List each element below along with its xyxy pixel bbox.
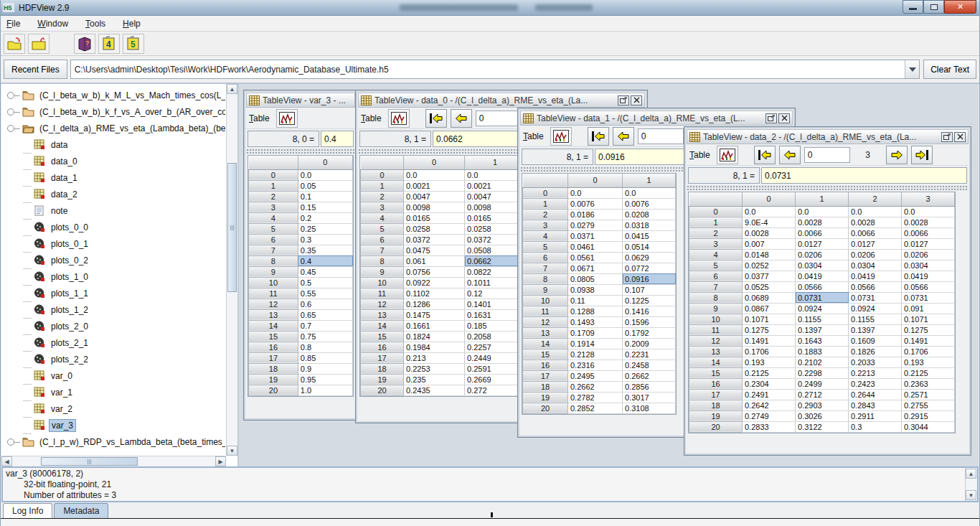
row-header[interactable]: 2 [249,191,298,202]
table-cell[interactable]: 0.0028 [743,227,796,238]
table-cell[interactable]: 0.25 [298,223,352,234]
row-header[interactable]: 19 [689,410,743,421]
row-header[interactable]: 14 [249,320,298,331]
table-cell[interactable]: 0.0508 [465,245,526,255]
table-cell[interactable]: 0.2491 [743,389,796,400]
scrollbar-thumb[interactable] [227,163,237,292]
table-cell[interactable]: 0.0731 [796,292,849,303]
cell-value-field[interactable]: 0.4 [321,131,354,147]
table-cell[interactable]: 0.1883 [796,346,849,357]
table-cell[interactable]: 0.1709 [568,327,623,338]
table-cell[interactable]: 0.091 [902,303,955,314]
row-header[interactable]: 18 [249,363,298,374]
row-header[interactable]: 12 [523,316,568,327]
tree-item-data_2[interactable]: data_2 [3,186,225,202]
table-cell[interactable]: 0.6 [298,299,352,309]
cell-value-field[interactable]: 0.0731 [761,167,967,184]
table-cell[interactable]: 0.2856 [623,381,676,392]
row-header[interactable]: 2 [689,227,743,238]
row-header[interactable]: 16 [689,378,743,389]
table-cell[interactable]: 0.2102 [796,357,849,367]
file-path-combo[interactable]: C:\Users\admin\Desktop\Tesi\Work\HDFwork… [70,60,920,79]
row-header[interactable]: 20 [689,421,743,432]
row-header[interactable]: 4 [361,212,404,223]
table-cell[interactable]: 0.0066 [902,227,955,238]
table-cell[interactable]: 0.0028 [849,217,902,227]
table-cell[interactable]: 0.0021 [404,180,465,191]
table-cell[interactable]: 0.1286 [404,299,465,309]
table-cell[interactable]: 0.0922 [404,277,465,288]
table-cell[interactable]: 0.0566 [796,281,849,292]
table-cell[interactable]: 0.0566 [902,281,955,292]
last-page-button[interactable] [911,146,933,164]
table-cell[interactable]: 0.2298 [796,367,849,378]
table-cell[interactable]: 0.3017 [623,392,676,403]
table-cell[interactable]: 0.85 [298,352,352,363]
table-cell[interactable]: 0.2591 [465,363,526,374]
table-cell[interactable]: 0.0279 [568,220,623,230]
row-header[interactable]: 5 [249,223,298,234]
row-header[interactable]: 7 [249,245,298,255]
table-cell[interactable]: 0.1609 [849,335,902,346]
table-cell[interactable]: 0.3108 [623,403,676,413]
window-title-bar[interactable]: TableView - data_1 - /(C_l_delta_a)_RME_… [520,111,793,126]
column-header[interactable]: 3 [902,192,955,206]
table-cell[interactable]: 0.3 [849,421,902,432]
table-cell[interactable]: 0.2253 [404,363,465,374]
table-cell[interactable]: 0.0028 [796,217,849,227]
row-header[interactable]: 13 [523,327,568,338]
table-cell[interactable]: 0.0206 [849,249,902,260]
row-header[interactable]: 18 [523,381,568,392]
table-cell[interactable]: 0.2833 [743,421,796,432]
table-cell[interactable]: 0.2213 [849,367,902,378]
table-cell[interactable]: 0.0662 [465,255,526,266]
row-header[interactable]: 4 [523,230,568,241]
tree-expand-handle[interactable] [7,92,14,99]
tree-item-data[interactable]: data [3,136,225,153]
table-cell[interactable]: 0.1824 [404,331,465,342]
row-header[interactable]: 15 [361,331,404,342]
maximize-button[interactable] [923,0,944,14]
table-cell[interactable]: 0.2755 [902,400,955,410]
table-cell[interactable]: 0.0 [623,187,676,198]
row-header[interactable]: 20 [249,385,298,395]
lineplot-button[interactable] [717,146,738,164]
menu-window[interactable]: Window [37,19,68,29]
table-menu[interactable]: Table [689,150,710,160]
table-cell[interactable]: 0.2852 [568,403,623,413]
table-cell[interactable]: 0.75 [298,331,352,342]
table-cell[interactable]: 0.1155 [849,314,902,324]
row-header[interactable]: 2 [361,191,404,202]
table-cell[interactable]: 0.0098 [404,202,465,212]
row-header[interactable]: 13 [249,309,298,320]
table-cell[interactable]: 0.1102 [404,288,465,299]
table-cell[interactable]: 0.0731 [849,292,902,303]
table-cell[interactable]: 0.1706 [743,346,796,357]
table-cell[interactable]: 0.15 [298,202,352,212]
table-cell[interactable]: 0.193 [902,357,955,367]
table-cell[interactable]: 0.0731 [902,292,955,303]
table-cell[interactable]: 0.8 [298,342,352,352]
row-header[interactable]: 11 [689,324,743,335]
table-cell[interactable]: 0.235 [404,374,465,385]
table-cell[interactable]: 0.4 [298,255,352,266]
page-number-field[interactable]: 0 [476,111,522,126]
table-cell[interactable]: 0.2257 [465,342,526,352]
hdf4-button[interactable]: 4 [98,34,120,54]
row-header[interactable]: 4 [689,249,743,260]
table-cell[interactable]: 0.0 [568,187,623,198]
tree-item-var_1[interactable]: var_1 [3,384,225,400]
table-cell[interactable]: 9.0E-4 [743,217,796,227]
table-cell[interactable]: 0.1596 [623,316,676,327]
row-header[interactable]: 17 [249,352,298,363]
row-header[interactable]: 0 [249,169,298,180]
column-header[interactable]: 1 [465,156,526,169]
lineplot-button[interactable] [550,127,572,146]
table-cell[interactable]: 0.0 [743,206,796,217]
table-cell[interactable]: 0.0076 [623,198,676,209]
row-header[interactable]: 15 [689,367,743,378]
table-cell[interactable]: 0.0 [404,169,465,180]
table-cell[interactable]: 0.0066 [796,227,849,238]
table-cell[interactable]: 0.0047 [465,191,526,202]
window-title-bar[interactable]: TableView - var_3 - ... [246,93,355,108]
